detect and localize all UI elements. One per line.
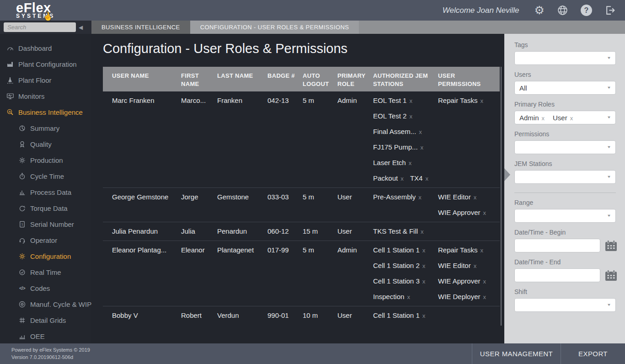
remove-icon[interactable]: x (418, 194, 422, 201)
remove-icon[interactable]: x (483, 278, 486, 285)
range-select[interactable]: ▼ (514, 209, 616, 223)
col-header-last-name[interactable]: LAST NAME (217, 72, 267, 91)
cell-primary-role: User (337, 189, 373, 220)
cell-primary-role: User (337, 308, 373, 326)
cell-first-name: Julia (181, 224, 217, 239)
table-row[interactable]: George Gemstone Jorge Gemstone 033-03 5 … (103, 188, 500, 222)
sidebar-item-detail-grids[interactable]: Detail Grids (0, 312, 91, 328)
calendar-icon[interactable] (605, 240, 617, 252)
table-scrollbar[interactable] (501, 67, 502, 326)
remove-icon[interactable]: x (422, 262, 426, 269)
sidebar-item-dashboard[interactable]: Dashboard (0, 40, 91, 56)
settings-gear-icon[interactable]: ⚙ (534, 5, 545, 16)
remove-icon[interactable]: x (483, 294, 486, 300)
jem-station-chip: Cell 1 Station 2x (373, 258, 425, 273)
datetime-begin-input[interactable] (514, 239, 600, 252)
help-icon[interactable]: ? (581, 5, 592, 16)
remove-icon[interactable]: x (474, 262, 477, 269)
remove-icon[interactable]: x (542, 115, 545, 122)
jem-stations-label: JEM Stations (514, 160, 616, 167)
col-header-first-name[interactable]: FIRST NAME (181, 72, 217, 91)
sidebar-item-manuf-cycle-wip[interactable]: Manuf. Cycle & WIP (0, 296, 91, 312)
sidebar-item-plant-floor[interactable]: Plant Floor (0, 72, 91, 88)
table-row[interactable]: Bobby V Robert Verdun 990-01 10 m User C… (103, 306, 500, 326)
cell-user-name: George Gemstone (103, 189, 181, 220)
search-input[interactable] (4, 22, 76, 32)
primary-roles-select[interactable]: Adminx Userx ▼ (514, 111, 616, 124)
remove-icon[interactable]: x (409, 113, 412, 120)
sidebar-item-operator[interactable]: Operator (0, 232, 91, 248)
col-header-jem-stations[interactable]: AUTHORIZED JEM STATIONS (373, 72, 438, 91)
table-row[interactable]: Eleanor Plantag... Eleanor Plantagenet 0… (103, 241, 500, 306)
jem-station-chip: Pre-Assemblyx (373, 189, 422, 205)
shift-select[interactable]: ▼ (514, 298, 616, 312)
col-header-user-permissions[interactable]: USER PERMISSIONS (438, 72, 500, 91)
datetime-end-input[interactable] (514, 268, 600, 282)
globe-icon[interactable] (557, 5, 568, 16)
remove-icon[interactable]: x (483, 209, 486, 216)
remove-icon[interactable]: x (570, 115, 573, 122)
col-header-auto-logout[interactable]: AUTO LOGOUT (303, 72, 337, 91)
remove-icon[interactable]: x (425, 175, 428, 182)
permission-chip: WIE Approverx (438, 273, 486, 289)
col-header-primary-role[interactable]: PRIMARY ROLE (337, 72, 373, 91)
chevron-down-icon: ▼ (607, 145, 611, 149)
remove-icon[interactable]: x (407, 294, 410, 300)
table-row[interactable]: Marc Franken Marco... Franken 042-13 5 m… (103, 91, 500, 188)
remove-icon[interactable]: x (422, 312, 426, 319)
logout-icon[interactable] (604, 5, 616, 16)
remove-icon[interactable]: x (401, 175, 404, 182)
cell-user-permissions (438, 224, 500, 239)
tags-label: Tags (514, 41, 616, 48)
remove-icon[interactable]: x (480, 247, 483, 254)
remove-icon[interactable]: x (480, 97, 483, 104)
jem-stations-select[interactable]: ▼ (514, 170, 616, 184)
tags-select[interactable]: ▼ (514, 51, 616, 65)
datetime-end-label: Date/Time - End (514, 258, 616, 266)
sidebar-item-configuration[interactable]: Configuration (0, 248, 91, 264)
sidebar-item-serial-number[interactable]: Serial Number (0, 216, 91, 232)
gauge-icon (6, 44, 14, 52)
role-chip: Adminx (519, 114, 545, 122)
tab-configuration-user-roles[interactable]: CONFIGURATION - USER ROLES & PERMISSIONS (190, 21, 359, 34)
remove-icon[interactable]: x (421, 144, 424, 151)
jem-station-chip: FJ175 Pump...x (373, 139, 423, 155)
remove-icon[interactable]: x (419, 128, 422, 135)
sidebar-item-quality[interactable]: Quality (0, 136, 91, 152)
export-button[interactable]: EXPORT (561, 343, 625, 364)
sidebar-item-cycle-time[interactable]: Cycle Time (0, 168, 91, 184)
panel-collapse-chevron-icon[interactable] (504, 168, 510, 181)
remove-icon[interactable]: x (474, 194, 477, 201)
col-header-badge[interactable]: BADGE # (267, 72, 303, 91)
user-management-button[interactable]: USER MANAGEMENT (472, 343, 561, 364)
chevron-down-icon: ▼ (607, 214, 611, 218)
sidebar-item-process-data[interactable]: Process Data (0, 184, 91, 200)
calendar-icon[interactable] (605, 270, 617, 281)
sidebar-item-business-intelligence[interactable]: Business Intelligence (0, 104, 91, 120)
sidebar-item-torque-data[interactable]: Torque Data (0, 200, 91, 216)
tab-business-intelligence[interactable]: BUSINESS INTELLIGENCE (91, 21, 190, 34)
jem-station-chip: Cell 1 Station 3x (373, 273, 425, 289)
sidebar-item-production[interactable]: Production (0, 152, 91, 168)
sidebar-item-codes[interactable]: </>Codes (0, 280, 91, 296)
chevron-down-icon: ▼ (607, 56, 611, 60)
sidebar-item-oee[interactable]: OEE (0, 328, 91, 343)
col-header-user-name[interactable]: USER NAME (103, 72, 181, 91)
table-row[interactable]: Julia Penardun Julia Penardun 060-12 15 … (103, 222, 500, 241)
remove-icon[interactable]: x (422, 247, 426, 254)
sidebar-collapse-icon[interactable]: ◀ (79, 25, 83, 30)
cell-badge: 060-12 (267, 224, 303, 239)
remove-icon[interactable]: x (409, 160, 412, 166)
cell-primary-role: Admin (337, 242, 373, 305)
remove-icon[interactable]: x (409, 97, 412, 104)
sidebar-item-summary[interactable]: Summary (0, 120, 91, 136)
sidebar-item-real-time[interactable]: Real Time (0, 264, 91, 280)
version-text: Version 7.0.20190612-506d (11, 353, 90, 361)
permissions-select[interactable]: ▼ (514, 140, 616, 154)
remove-icon[interactable]: x (421, 228, 424, 235)
main-content: Configuration - User Roles & Permissions… (91, 34, 504, 343)
sidebar-item-monitors[interactable]: Monitors (0, 88, 91, 104)
remove-icon[interactable]: x (422, 278, 426, 285)
sidebar-item-plant-configuration[interactable]: Plant Configuration (0, 56, 91, 72)
users-select[interactable]: All▼ (514, 81, 616, 95)
